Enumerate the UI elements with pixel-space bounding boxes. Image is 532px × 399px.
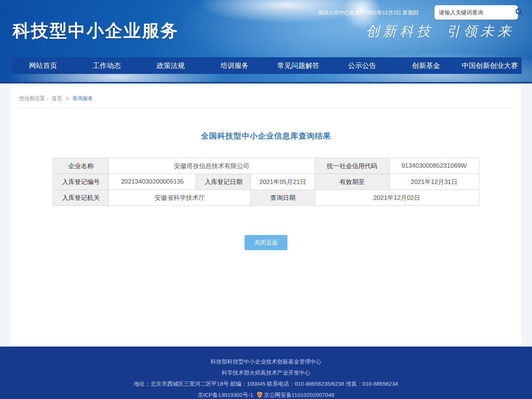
site-logo: 科技型中小企业服务 xyxy=(13,19,179,42)
footer-line-registration: 京ICP备13019302号-1 京公网安备11010202007048 xyxy=(0,389,532,399)
query-date-value: 2021年12月02日 xyxy=(315,190,479,206)
search-icon xyxy=(515,7,524,17)
nav-item-innovation-competition[interactable]: 中国创新创业大赛 xyxy=(458,57,522,74)
valid-until-label: 有效期至 xyxy=(315,174,389,190)
breadcrumb-separator: > xyxy=(66,95,69,101)
reg-no-label: 入库登记编号 xyxy=(53,174,109,190)
content-panel: 您当前位置： 首页 > 查询服务 全国科技型中小企业信息库查询结果 企业名称 安… xyxy=(10,83,522,347)
back-to-torch-home-link[interactable]: 返回火炬中心首页 xyxy=(318,10,360,16)
close-page-button[interactable]: 关闭页面 xyxy=(245,235,287,250)
nav-item-policies[interactable]: 政策法规 xyxy=(139,57,203,74)
nav-underline xyxy=(0,82,532,83)
breadcrumb-divider xyxy=(19,108,513,108)
table-row: 入库登记编号 202134030200005135 入库登记日期 2021年05… xyxy=(53,174,479,190)
main-nav: 网站首页 工作动态 政策法规 培训服务 常见问题解答 公示公告 创新基金 中国创… xyxy=(11,57,522,74)
breadcrumb-label: 您当前位置： xyxy=(19,95,50,101)
search-input[interactable] xyxy=(434,9,515,16)
public-security-badge-icon xyxy=(257,391,263,399)
slogan-part2: 引领未来 xyxy=(446,23,514,39)
reg-authority-label: 入库登记机关 xyxy=(53,190,109,206)
icp-record-number: 京ICP备13019302号-1 xyxy=(198,392,253,398)
nav-item-faq[interactable]: 常见问题解答 xyxy=(266,57,330,74)
nav-item-home[interactable]: 网站首页 xyxy=(11,57,75,74)
close-button-wrap: 关闭页面 xyxy=(10,235,522,250)
company-name-label: 企业名称 xyxy=(53,158,109,174)
valid-until-value: 2021年12月31日 xyxy=(389,174,479,190)
footer-line-fund-center: 科技部科技型中小企业技术创新基金管理中心 xyxy=(0,347,532,367)
nav-item-innovation-fund[interactable]: 创新基金 xyxy=(394,57,458,74)
nav-item-work-news[interactable]: 工作动态 xyxy=(75,57,139,74)
slogan-part1: 创新科技 xyxy=(366,23,434,39)
public-security-record-number: 京公网安备11010202007048 xyxy=(264,392,334,398)
topbar: 返回火炬中心首页 2021年12月2日 星期四 xyxy=(318,10,418,16)
company-name-value: 安徽塔孜信息技术有限公司 xyxy=(109,158,315,174)
nav-item-announcements[interactable]: 公示公告 xyxy=(330,57,394,74)
credit-code-label: 统一社会信用代码 xyxy=(315,158,389,174)
search-box xyxy=(434,5,518,20)
reg-date-value: 2021年05月21日 xyxy=(251,174,315,190)
page-title: 全国科技型中小企业信息库查询结果 xyxy=(10,131,522,141)
breadcrumb-home-link[interactable]: 首页 xyxy=(52,95,62,101)
nav-item-training[interactable]: 培训服务 xyxy=(202,57,266,74)
header-slogan: 创新科技引领未来 xyxy=(366,22,514,41)
credit-code-value: 91340300085231069W xyxy=(389,158,479,174)
table-row: 入库登记机关 安徽省科学技术厅 查询日期 2021年12月02日 xyxy=(53,190,479,206)
breadcrumb: 您当前位置： 首页 > 查询服务 xyxy=(10,83,522,102)
footer-line-address: 地址：北京市西城区三里河二区甲18号 邮编：100045 联系电话：010-88… xyxy=(0,378,532,389)
query-result-table: 企业名称 安徽塔孜信息技术有限公司 统一社会信用代码 9134030008523… xyxy=(53,158,479,206)
search-button[interactable] xyxy=(515,5,524,20)
reg-no-value: 202134030200005135 xyxy=(109,174,196,190)
reg-date-label: 入库登记日期 xyxy=(196,174,251,190)
current-date: 2021年12月2日 星期四 xyxy=(366,10,418,16)
query-date-label: 查询日期 xyxy=(251,190,315,206)
table-row: 企业名称 安徽塔孜信息技术有限公司 统一社会信用代码 9134030008523… xyxy=(53,158,479,174)
reg-authority-value: 安徽省科学技术厅 xyxy=(109,190,251,206)
breadcrumb-current-link[interactable]: 查询服务 xyxy=(72,95,93,101)
footer: 科技部科技型中小企业技术创新基金管理中心 科学技术部火炬高技术产业开发中心 地址… xyxy=(0,347,532,399)
footer-line-torch-center: 科学技术部火炬高技术产业开发中心 xyxy=(0,367,532,378)
